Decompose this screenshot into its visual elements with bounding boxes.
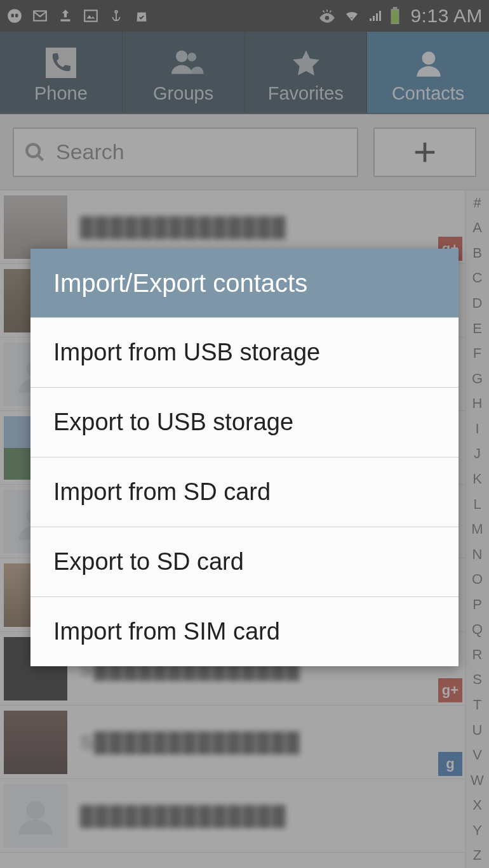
screen: 9:13 AM Phone Groups Favorites Con bbox=[0, 0, 489, 868]
dialog-item-import-usb[interactable]: Import from USB storage bbox=[30, 317, 459, 387]
import-export-dialog: Import/Export contacts Import from USB s… bbox=[30, 249, 459, 666]
dialog-item-export-sd[interactable]: Export to SD card bbox=[30, 527, 459, 596]
dialog-item-import-sd[interactable]: Import from SD card bbox=[30, 457, 459, 527]
dialog-item-export-usb[interactable]: Export to USB storage bbox=[30, 387, 459, 457]
dialog-item-import-sim[interactable]: Import from SIM card bbox=[30, 596, 459, 666]
dialog-title: Import/Export contacts bbox=[30, 249, 459, 317]
